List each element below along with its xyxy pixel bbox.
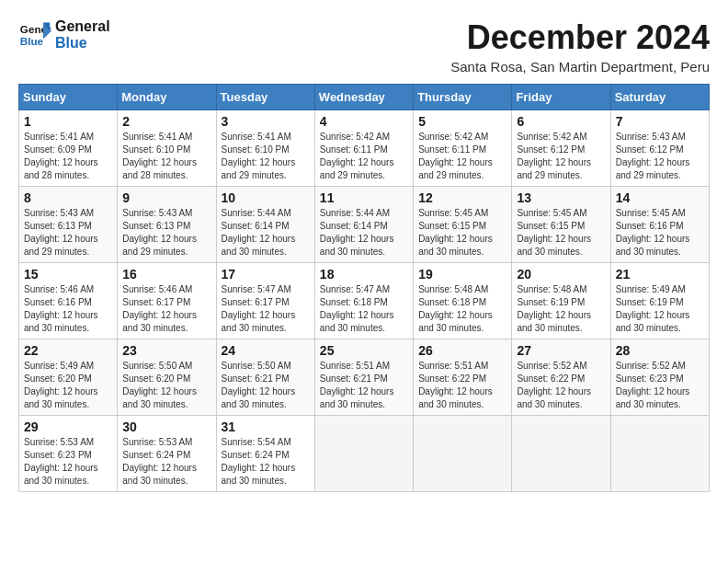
day-info: Sunrise: 5:42 AM Sunset: 6:12 PM Dayligh… (517, 131, 605, 182)
day-number: 17 (222, 267, 310, 282)
location-title: Santa Rosa, San Martin Department, Peru (450, 59, 710, 75)
calendar-cell: 25Sunrise: 5:51 AM Sunset: 6:21 PM Dayli… (314, 339, 413, 416)
day-info: Sunrise: 5:43 AM Sunset: 6:12 PM Dayligh… (616, 131, 704, 182)
col-header-friday: Friday (512, 85, 610, 110)
header-row: SundayMondayTuesdayWednesdayThursdayFrid… (19, 85, 710, 110)
day-number: 15 (24, 267, 112, 282)
calendar-cell: 13Sunrise: 5:45 AM Sunset: 6:15 PM Dayli… (512, 187, 610, 263)
calendar-cell: 2Sunrise: 5:41 AM Sunset: 6:10 PM Daylig… (118, 110, 216, 187)
calendar-cell: 30Sunrise: 5:53 AM Sunset: 6:24 PM Dayli… (118, 416, 216, 492)
day-info: Sunrise: 5:52 AM Sunset: 6:23 PM Dayligh… (616, 360, 704, 411)
day-number: 2 (122, 114, 210, 129)
day-info: Sunrise: 5:54 AM Sunset: 6:24 PM Dayligh… (222, 436, 310, 488)
calendar-cell: 12Sunrise: 5:45 AM Sunset: 6:15 PM Dayli… (414, 187, 512, 263)
day-number: 24 (222, 343, 310, 358)
day-number: 9 (122, 190, 210, 205)
calendar-cell: 4Sunrise: 5:42 AM Sunset: 6:11 PM Daylig… (314, 110, 413, 187)
page-header: General Blue General Blue December 2024 … (18, 18, 710, 75)
day-number: 11 (320, 190, 408, 205)
day-info: Sunrise: 5:43 AM Sunset: 6:13 PM Dayligh… (24, 207, 112, 259)
day-number: 3 (222, 114, 310, 129)
day-number: 20 (517, 267, 605, 282)
svg-text:Blue: Blue (20, 35, 44, 47)
day-info: Sunrise: 5:52 AM Sunset: 6:22 PM Dayligh… (517, 360, 605, 411)
week-row-3: 15Sunrise: 5:46 AM Sunset: 6:16 PM Dayli… (19, 263, 710, 339)
day-number: 23 (122, 343, 210, 358)
calendar-cell: 24Sunrise: 5:50 AM Sunset: 6:21 PM Dayli… (216, 339, 314, 416)
day-number: 31 (222, 419, 310, 434)
day-number: 8 (24, 190, 112, 205)
day-info: Sunrise: 5:44 AM Sunset: 6:14 PM Dayligh… (320, 207, 408, 259)
day-info: Sunrise: 5:48 AM Sunset: 6:18 PM Dayligh… (418, 283, 506, 335)
logo-line2: Blue (55, 35, 110, 52)
calendar-cell: 27Sunrise: 5:52 AM Sunset: 6:22 PM Dayli… (512, 339, 610, 416)
day-number: 6 (517, 114, 605, 129)
calendar-cell: 7Sunrise: 5:43 AM Sunset: 6:12 PM Daylig… (610, 110, 709, 187)
calendar-cell (414, 416, 512, 492)
day-number: 28 (616, 343, 704, 358)
day-info: Sunrise: 5:49 AM Sunset: 6:20 PM Dayligh… (24, 360, 112, 411)
calendar-cell: 8Sunrise: 5:43 AM Sunset: 6:13 PM Daylig… (19, 187, 118, 263)
day-number: 12 (418, 190, 506, 205)
day-info: Sunrise: 5:41 AM Sunset: 6:10 PM Dayligh… (122, 131, 210, 182)
title-area: December 2024 Santa Rosa, San Martin Dep… (450, 18, 710, 75)
calendar-cell: 10Sunrise: 5:44 AM Sunset: 6:14 PM Dayli… (216, 187, 314, 263)
day-info: Sunrise: 5:50 AM Sunset: 6:20 PM Dayligh… (122, 360, 210, 411)
day-info: Sunrise: 5:49 AM Sunset: 6:19 PM Dayligh… (616, 283, 704, 335)
calendar-cell (512, 416, 610, 492)
month-title: December 2024 (450, 18, 710, 57)
calendar-cell: 23Sunrise: 5:50 AM Sunset: 6:20 PM Dayli… (118, 339, 216, 416)
logo-icon: General Blue (18, 18, 51, 52)
calendar-cell: 21Sunrise: 5:49 AM Sunset: 6:19 PM Dayli… (610, 263, 709, 339)
calendar-cell: 3Sunrise: 5:41 AM Sunset: 6:10 PM Daylig… (216, 110, 314, 187)
week-row-4: 22Sunrise: 5:49 AM Sunset: 6:20 PM Dayli… (19, 339, 710, 416)
calendar-cell: 11Sunrise: 5:44 AM Sunset: 6:14 PM Dayli… (314, 187, 413, 263)
logo: General Blue General Blue (18, 18, 110, 52)
day-number: 25 (320, 343, 408, 358)
day-number: 27 (517, 343, 605, 358)
day-number: 14 (616, 190, 704, 205)
day-number: 5 (418, 114, 506, 129)
day-info: Sunrise: 5:42 AM Sunset: 6:11 PM Dayligh… (418, 131, 506, 182)
calendar-cell: 22Sunrise: 5:49 AM Sunset: 6:20 PM Dayli… (19, 339, 118, 416)
day-number: 18 (320, 267, 408, 282)
day-info: Sunrise: 5:41 AM Sunset: 6:10 PM Dayligh… (222, 131, 310, 182)
day-number: 30 (122, 419, 210, 434)
day-info: Sunrise: 5:51 AM Sunset: 6:21 PM Dayligh… (320, 360, 408, 411)
day-info: Sunrise: 5:41 AM Sunset: 6:09 PM Dayligh… (24, 131, 112, 182)
calendar-cell: 20Sunrise: 5:48 AM Sunset: 6:19 PM Dayli… (512, 263, 610, 339)
day-info: Sunrise: 5:46 AM Sunset: 6:16 PM Dayligh… (24, 283, 112, 335)
day-info: Sunrise: 5:42 AM Sunset: 6:11 PM Dayligh… (320, 131, 408, 182)
col-header-wednesday: Wednesday (314, 85, 413, 110)
day-number: 16 (122, 267, 210, 282)
week-row-5: 29Sunrise: 5:53 AM Sunset: 6:23 PM Dayli… (19, 416, 710, 492)
calendar-cell: 31Sunrise: 5:54 AM Sunset: 6:24 PM Dayli… (216, 416, 314, 492)
day-info: Sunrise: 5:45 AM Sunset: 6:15 PM Dayligh… (517, 207, 605, 259)
week-row-1: 1Sunrise: 5:41 AM Sunset: 6:09 PM Daylig… (19, 110, 710, 187)
day-info: Sunrise: 5:53 AM Sunset: 6:23 PM Dayligh… (24, 436, 112, 488)
calendar-cell: 26Sunrise: 5:51 AM Sunset: 6:22 PM Dayli… (414, 339, 512, 416)
day-number: 10 (222, 190, 310, 205)
day-number: 22 (24, 343, 112, 358)
calendar-cell (314, 416, 413, 492)
day-number: 19 (418, 267, 506, 282)
calendar-cell: 15Sunrise: 5:46 AM Sunset: 6:16 PM Dayli… (19, 263, 118, 339)
day-number: 21 (616, 267, 704, 282)
day-info: Sunrise: 5:45 AM Sunset: 6:16 PM Dayligh… (616, 207, 704, 259)
calendar-cell: 19Sunrise: 5:48 AM Sunset: 6:18 PM Dayli… (414, 263, 512, 339)
calendar-cell: 17Sunrise: 5:47 AM Sunset: 6:17 PM Dayli… (216, 263, 314, 339)
calendar-cell: 29Sunrise: 5:53 AM Sunset: 6:23 PM Dayli… (19, 416, 118, 492)
day-info: Sunrise: 5:51 AM Sunset: 6:22 PM Dayligh… (418, 360, 506, 411)
calendar-cell: 16Sunrise: 5:46 AM Sunset: 6:17 PM Dayli… (118, 263, 216, 339)
col-header-saturday: Saturday (610, 85, 709, 110)
day-info: Sunrise: 5:46 AM Sunset: 6:17 PM Dayligh… (122, 283, 210, 335)
day-info: Sunrise: 5:48 AM Sunset: 6:19 PM Dayligh… (517, 283, 605, 335)
logo-line1: General (55, 18, 110, 35)
day-number: 29 (24, 419, 112, 434)
calendar-cell: 6Sunrise: 5:42 AM Sunset: 6:12 PM Daylig… (512, 110, 610, 187)
day-number: 4 (320, 114, 408, 129)
day-info: Sunrise: 5:44 AM Sunset: 6:14 PM Dayligh… (222, 207, 310, 259)
day-number: 13 (517, 190, 605, 205)
day-info: Sunrise: 5:50 AM Sunset: 6:21 PM Dayligh… (222, 360, 310, 411)
col-header-sunday: Sunday (19, 85, 118, 110)
